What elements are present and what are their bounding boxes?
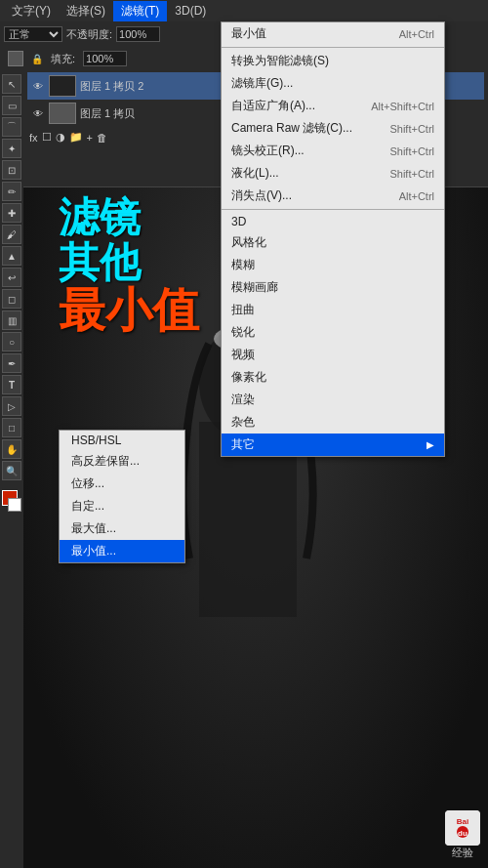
dropdown-item-3d[interactable]: 3D (222, 212, 444, 231)
dropdown-item-zhuanhuanweineng[interactable]: 转换为智能滤镜(S) (222, 50, 444, 72)
submenu-item-weiy[interactable]: 位移... (60, 473, 184, 495)
pen-tool[interactable]: ✒ (2, 353, 21, 373)
dropdown-shortcut: Alt+Ctrl (399, 28, 434, 40)
eraser-tool[interactable]: ◻ (2, 289, 21, 309)
crop-tool[interactable]: ⊡ (2, 160, 21, 180)
menu-xuanze[interactable]: 选择(S) (59, 1, 113, 21)
dropdown-item-lvjingku[interactable]: 滤镜库(G)... (222, 72, 444, 95)
dropdown-item-ruihua[interactable]: 锐化 (222, 321, 444, 344)
path-select-tool[interactable]: ▷ (2, 396, 21, 416)
blend-mode-select[interactable]: 正常 (4, 26, 62, 42)
submenu-item-hsb[interactable]: HSB/HSL (60, 431, 184, 450)
lasso-tool[interactable]: ⌒ (2, 117, 21, 137)
dropdown-item-zase[interactable]: 杂色 (222, 411, 444, 434)
gradient-tool[interactable]: ▥ (2, 310, 21, 330)
svg-text:Bai: Bai (457, 817, 468, 826)
dropdown-label: 其它 (231, 436, 255, 453)
background-color[interactable] (8, 498, 21, 512)
submenu-other[interactable]: HSB/HSL 高反差保留... 位移... 自定... 最大值... 最小值.… (59, 430, 185, 563)
dropdown-label: 自适应广角(A)... (231, 98, 315, 114)
layer-eye-1[interactable]: 👁 (31, 79, 45, 93)
lock-label: 🔒 (31, 54, 43, 64)
stamp-tool[interactable]: ▲ (2, 246, 21, 266)
submenu-item-ziding[interactable]: 自定... (60, 495, 184, 517)
baidu-watermark: Bai du 经验 (445, 810, 480, 860)
overlay-text: 滤镜 其他 最小值 (59, 195, 199, 337)
baidu-logo-svg: Bai du (445, 810, 480, 846)
layer-delete-btn[interactable]: 🗑 (97, 132, 107, 144)
hand-tool[interactable]: ✋ (2, 439, 21, 459)
menu-lvjing[interactable]: 滤镜(T) (113, 1, 167, 21)
dropdown-label: 液化(L)... (231, 165, 279, 182)
dropdown-item-qita[interactable]: 其它 ▶ (222, 434, 444, 456)
eyedropper-tool[interactable]: ✏ (2, 182, 21, 201)
dropdown-sep-1 (222, 47, 444, 48)
fill-label: 填充: (51, 52, 75, 66)
dropdown-label: 模糊画廊 (231, 279, 278, 296)
dropdown-label: Camera Raw 滤镜(C)... (231, 120, 352, 137)
dropdown-item-xiaoshidian[interactable]: 消失点(V)... Alt+Ctrl (222, 185, 444, 207)
dropdown-label: 渲染 (231, 392, 255, 408)
dropdown-item-zishiyingguangle[interactable]: 自适应广角(A)... Alt+Shift+Ctrl (222, 95, 444, 117)
dropdown-item-mohualang[interactable]: 模糊画廊 (222, 276, 444, 299)
dropdown-shortcut: Alt+Ctrl (399, 190, 434, 202)
menu-3d[interactable]: 3D(D) (167, 2, 214, 20)
move-tool[interactable]: ↖ (2, 74, 21, 94)
layer-new-btn[interactable]: + (87, 132, 93, 144)
dropdown-label: 扭曲 (231, 302, 255, 318)
dodge-tool[interactable]: ○ (2, 332, 21, 351)
shape-tool[interactable]: □ (2, 418, 21, 437)
text-tool[interactable]: T (2, 375, 21, 394)
layer-eye-2[interactable]: 👁 (31, 106, 45, 120)
opacity-input[interactable] (116, 26, 160, 42)
main-dropdown[interactable]: 最小值 Alt+Ctrl 转换为智能滤镜(S) 滤镜库(G)... 自适应广角(… (221, 21, 445, 457)
dropdown-label: 滤镜库(G)... (231, 75, 293, 92)
layer-folder-btn[interactable]: 📁 (69, 131, 83, 144)
dropdown-label: 转换为智能滤镜(S) (231, 53, 329, 69)
lock-icon (8, 51, 23, 66)
submenu-item-zuidade[interactable]: 最大值... (60, 517, 184, 540)
baidu-logo-container: Bai du (445, 810, 480, 846)
dropdown-item-niuqu[interactable]: 扭曲 (222, 299, 444, 321)
dropdown-item-fenggehua[interactable]: 风格化 (222, 231, 444, 254)
dropdown-item-mohu[interactable]: 模糊 (222, 254, 444, 276)
dropdown-label: 视频 (231, 347, 255, 363)
dropdown-item-xiangsuhua[interactable]: 像素化 (222, 366, 444, 389)
dropdown-item-zuixiaozhi-top[interactable]: 最小值 Alt+Ctrl (222, 22, 444, 45)
dropdown-sep-2 (222, 209, 444, 210)
dropdown-item-xuanran[interactable]: 渲染 (222, 389, 444, 411)
dropdown-label: 消失点(V)... (231, 187, 292, 204)
healing-tool[interactable]: ✚ (2, 203, 21, 223)
layer-fx-btn[interactable]: fx (29, 132, 38, 144)
layer-adj-btn[interactable]: ◑ (56, 131, 65, 144)
dropdown-item-cameraraw[interactable]: Camera Raw 滤镜(C)... Shift+Ctrl (222, 117, 444, 140)
dropdown-arrow-icon: ▶ (427, 439, 434, 450)
fill-input[interactable] (83, 51, 127, 66)
dropdown-item-shipin[interactable]: 视频 (222, 344, 444, 366)
dropdown-label: 锐化 (231, 324, 255, 341)
baidu-jingyan-label: 经验 (452, 846, 473, 860)
marquee-tool[interactable]: ▭ (2, 96, 21, 115)
layer-thumb-1 (49, 75, 76, 97)
dropdown-label: 风格化 (231, 234, 266, 251)
magic-wand-tool[interactable]: ✦ (2, 139, 21, 158)
svg-text:du: du (458, 829, 468, 838)
submenu-item-zuixiaozhi[interactable]: 最小值... (60, 540, 184, 562)
layer-name-2: 图层 1 拷贝 (80, 106, 135, 121)
brush-tool[interactable]: 🖌 (2, 225, 21, 244)
history-tool[interactable]: ↩ (2, 268, 21, 287)
submenu-item-gaofanchab[interactable]: 高反差保留... (60, 450, 184, 473)
layer-thumb-2 (49, 103, 76, 124)
dropdown-item-jingtoujiazheng[interactable]: 镜头校正(R)... Shift+Ctrl (222, 140, 444, 162)
layer-name-1: 图层 1 拷贝 2 (80, 79, 143, 94)
layer-mask-btn[interactable]: ☐ (42, 131, 52, 144)
overlay-line1: 滤镜 (59, 195, 199, 240)
zoom-tool[interactable]: 🔍 (2, 461, 21, 480)
menu-wenzi[interactable]: 文字(Y) (4, 1, 59, 21)
top-menubar[interactable]: 文字(Y) 选择(S) 滤镜(T) 3D(D) (0, 0, 488, 21)
dropdown-label: 最小值 (231, 25, 266, 42)
dropdown-label: 像素化 (231, 369, 266, 386)
dropdown-item-yihua[interactable]: 液化(L)... Shift+Ctrl (222, 162, 444, 185)
dropdown-label: 镜头校正(R)... (231, 143, 305, 159)
dropdown-label: 3D (231, 215, 246, 228)
